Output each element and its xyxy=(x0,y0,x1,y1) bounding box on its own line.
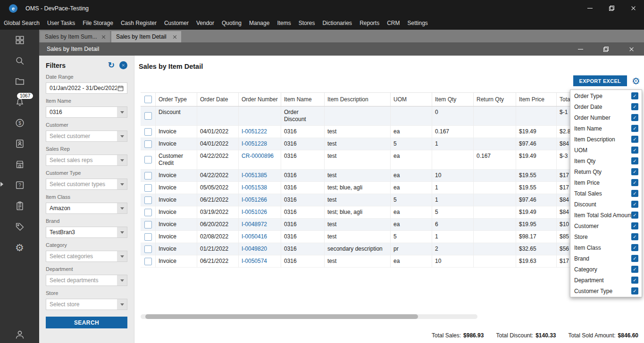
row-checkbox[interactable] xyxy=(144,184,152,192)
column-chooser-item[interactable]: Order Date xyxy=(570,101,642,112)
chevron-down-icon[interactable] xyxy=(117,107,127,117)
row-checkbox[interactable] xyxy=(144,156,152,163)
column-header-item-description[interactable]: Item Description xyxy=(325,93,391,106)
filter-input[interactable]: Select categories xyxy=(46,251,127,262)
column-chooser-item[interactable]: Brand xyxy=(570,253,642,264)
column-header-item-name[interactable]: Item Name xyxy=(281,93,325,106)
cell-order-number-link[interactable]: I-0051228 xyxy=(239,138,281,150)
row-checkbox[interactable] xyxy=(144,221,152,229)
sidebar-item-settings[interactable] xyxy=(0,237,39,258)
column-header-uom[interactable]: UOM xyxy=(391,93,432,106)
cell-order-number-link[interactable]: I-0050574 xyxy=(239,255,281,268)
checkbox-checked-icon[interactable] xyxy=(631,179,638,186)
checkbox-checked-icon[interactable] xyxy=(631,212,638,219)
column-chooser-item[interactable]: Order Type xyxy=(570,90,642,101)
chevron-down-icon[interactable] xyxy=(117,155,127,165)
table-row[interactable]: Invoice 04/01/2022 I-0051222 0316 test e… xyxy=(141,126,627,138)
filter-input[interactable]: Select departments xyxy=(46,275,127,286)
checkbox-checked-icon[interactable] xyxy=(631,157,638,164)
column-chooser-item[interactable]: Order Number xyxy=(570,112,642,123)
sidebar-item-tags[interactable] xyxy=(0,216,39,237)
cell-order-number-link[interactable]: I-0051266 xyxy=(239,194,281,206)
menu-item[interactable]: Reports xyxy=(356,16,383,30)
column-chooser-item[interactable]: Customer xyxy=(570,220,642,231)
column-chooser-item[interactable]: Discount xyxy=(570,199,642,210)
menu-item[interactable]: Global Search xyxy=(0,16,43,30)
chevron-down-icon[interactable] xyxy=(117,131,127,141)
checkbox-checked-icon[interactable] xyxy=(631,233,638,240)
row-checkbox[interactable] xyxy=(144,128,152,136)
chevron-down-icon[interactable] xyxy=(117,179,127,189)
checkbox-checked-icon[interactable] xyxy=(631,287,638,294)
calendar-icon[interactable] xyxy=(117,85,124,92)
menu-item[interactable]: Stores xyxy=(295,16,319,30)
search-button[interactable]: SEARCH xyxy=(46,317,127,328)
filter-input[interactable]: Select store xyxy=(46,299,127,310)
sidebar-item-search[interactable] xyxy=(0,50,39,71)
cell-order-number-link[interactable]: I-0048972 xyxy=(239,219,281,231)
column-chooser-item[interactable]: Item Qty xyxy=(570,155,642,166)
table-row[interactable]: Invoice 02/08/2022 I-0050416 0316 test 5… xyxy=(141,231,627,243)
menu-item[interactable]: Dictionaries xyxy=(318,16,356,30)
table-row[interactable]: Invoice 06/21/2022 I-0051266 0316 test 5… xyxy=(141,194,627,206)
column-chooser-item[interactable]: Department xyxy=(570,275,642,286)
column-chooser-gear-icon[interactable] xyxy=(632,76,640,86)
table-row[interactable]: Invoice 06/21/2022 I-0050574 0316 test e… xyxy=(141,255,627,268)
cell-order-number-link[interactable]: I-0051026 xyxy=(239,206,281,219)
checkbox-checked-icon[interactable] xyxy=(631,222,638,229)
menu-item[interactable]: Customer xyxy=(160,16,192,30)
table-row[interactable]: Invoice 04/01/2022 I-0051228 0316 test 5… xyxy=(141,138,627,150)
chevron-down-icon[interactable] xyxy=(117,203,127,213)
select-all-checkbox[interactable] xyxy=(144,96,152,103)
chevron-down-icon[interactable] xyxy=(117,227,127,237)
table-row[interactable]: Discount Order Discount 0 $-1 xyxy=(141,106,627,126)
maximize-button[interactable] xyxy=(601,0,622,16)
close-button[interactable] xyxy=(622,0,644,16)
menu-item[interactable]: Items xyxy=(273,16,294,30)
checkbox-checked-icon[interactable] xyxy=(631,168,638,175)
table-row[interactable]: Invoice 03/19/2022 I-0051026 0316 test; … xyxy=(141,206,627,219)
report-close-button[interactable] xyxy=(619,42,644,56)
column-header-return-qty[interactable]: Return Qty xyxy=(474,93,516,106)
row-checkbox[interactable] xyxy=(144,112,152,120)
menu-item[interactable]: Manage xyxy=(245,16,273,30)
checkbox-checked-icon[interactable] xyxy=(631,125,638,132)
checkbox-checked-icon[interactable] xyxy=(631,147,638,154)
column-chooser-item[interactable]: Item Price xyxy=(570,177,642,188)
checkbox-checked-icon[interactable] xyxy=(631,114,638,121)
checkbox-checked-icon[interactable] xyxy=(631,103,638,110)
cell-order-number-link[interactable] xyxy=(239,106,281,126)
column-chooser-item[interactable]: Store xyxy=(570,231,642,242)
clear-filters-button[interactable] xyxy=(119,61,127,69)
filter-input[interactable]: Select customer types xyxy=(46,179,127,190)
refresh-filters-icon[interactable] xyxy=(108,61,115,69)
row-checkbox[interactable] xyxy=(144,196,152,204)
filter-input[interactable]: TestBran3 xyxy=(46,227,127,238)
column-header-item-qty[interactable]: Item Qty xyxy=(432,93,474,106)
column-header-item-price[interactable]: Item Price xyxy=(516,93,557,106)
menu-item[interactable]: Settings xyxy=(403,16,431,30)
checkbox-checked-icon[interactable] xyxy=(631,92,638,99)
checkbox-checked-icon[interactable] xyxy=(631,266,638,273)
menu-item[interactable]: File Storage xyxy=(79,16,117,30)
row-checkbox[interactable] xyxy=(144,258,152,265)
minimize-button[interactable] xyxy=(579,0,601,16)
sidebar-item-tasks[interactable] xyxy=(0,196,39,216)
menu-item[interactable]: Quoting xyxy=(218,16,245,30)
row-checkbox[interactable] xyxy=(144,209,152,216)
row-checkbox[interactable] xyxy=(144,245,152,253)
cell-order-number-link[interactable]: I-0051385 xyxy=(239,170,281,182)
cell-order-number-link[interactable]: I-0050416 xyxy=(239,231,281,243)
column-chooser-item[interactable]: Return Qty xyxy=(570,166,642,177)
checkbox-checked-icon[interactable] xyxy=(631,201,638,208)
column-header-order-number[interactable]: Order Number xyxy=(239,93,281,106)
chevron-down-icon[interactable] xyxy=(117,275,127,286)
column-chooser-item[interactable]: Item Name xyxy=(570,123,642,134)
tab-sales-by-item-detail[interactable]: Sales by Item Detail xyxy=(111,31,181,42)
sidebar-item-sales[interactable]: $ xyxy=(0,113,39,133)
table-row[interactable]: Invoice 05/05/2022 I-0051538 0316 test; … xyxy=(141,182,627,194)
tab-sales-by-item-summary[interactable]: Sales by Item Sum... xyxy=(40,31,110,42)
tab-close-icon[interactable] xyxy=(101,34,106,39)
horizontal-scrollbar[interactable] xyxy=(141,314,477,319)
column-chooser-item[interactable]: Item Class xyxy=(570,242,642,253)
